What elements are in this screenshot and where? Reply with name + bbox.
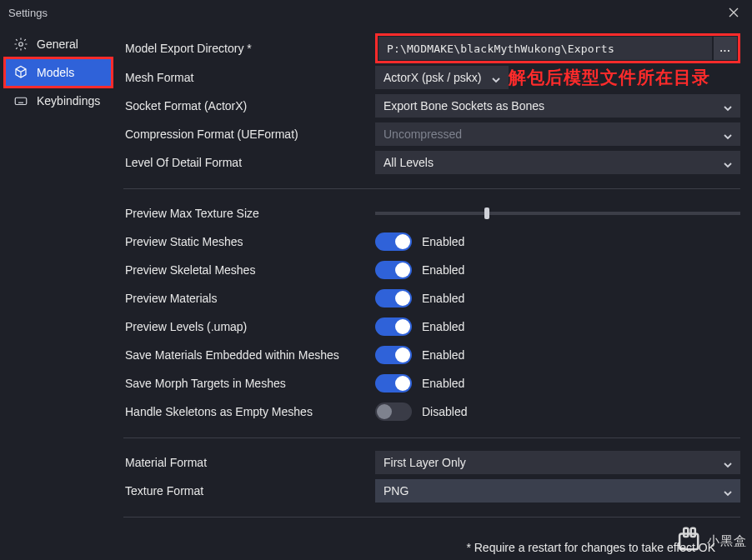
sidebar-item-label: General — [37, 38, 78, 51]
texture-format-select[interactable]: PNG — [375, 479, 740, 502]
material-format-label: Material Format — [123, 456, 375, 469]
toggle-knob — [395, 348, 410, 362]
close-icon — [728, 7, 739, 18]
sidebar-item-label: Keybindings — [37, 94, 100, 108]
preview-levels-label: Preview Levels (.umap) — [123, 320, 375, 333]
sidebar: General Models Keybindings — [0, 25, 117, 560]
toggle-state-label: Enabled — [422, 320, 464, 333]
svg-rect-3 — [684, 528, 688, 537]
toggle-state-label: Enabled — [422, 263, 464, 277]
svg-point-0 — [19, 42, 23, 47]
socket-format-value: Export Bone Sockets as Bones — [384, 99, 544, 112]
toggle-knob — [395, 262, 410, 278]
cube-icon — [13, 65, 28, 80]
lod-format-select[interactable]: All Levels — [375, 151, 740, 174]
watermark-text: 小黑盒 — [707, 533, 747, 549]
settings-content: Model Export Directory * P:\MODMAKE\blac… — [117, 25, 752, 560]
watermark-icon — [675, 527, 704, 555]
compression-label: Compression Format (UEFormat) — [123, 128, 375, 141]
browse-button[interactable]: ... — [714, 37, 737, 60]
sidebar-item-general[interactable]: General — [5, 30, 112, 58]
chevron-down-icon — [724, 130, 732, 138]
slider-thumb[interactable] — [484, 208, 489, 219]
socket-format-select[interactable]: Export Bone Sockets as Bones — [375, 94, 740, 118]
toggle-state-label: Enabled — [422, 235, 464, 248]
compression-value: Uncompressed — [384, 128, 462, 141]
texture-format-value: PNG — [384, 484, 409, 498]
handle-skeletons-toggle[interactable] — [375, 402, 412, 421]
chevron-down-icon — [724, 458, 732, 467]
annotation-text: 解包后模型文件所在目录 — [509, 66, 710, 89]
preview-materials-toggle[interactable] — [375, 289, 412, 308]
chevron-down-icon — [724, 158, 732, 167]
toggle-knob — [395, 319, 410, 334]
preview-max-tex-label: Preview Max Texture Size — [123, 207, 375, 220]
preview-levels-toggle[interactable] — [375, 318, 412, 336]
window-title: Settings — [8, 7, 48, 19]
export-dir-label: Model Export Directory * — [123, 42, 375, 55]
keyboard-icon — [13, 93, 28, 108]
preview-static-toggle[interactable] — [375, 232, 412, 251]
toggle-state-label: Enabled — [422, 348, 464, 362]
material-format-select[interactable]: First Layer Only — [375, 451, 740, 474]
preview-skeletal-label: Preview Skeletal Meshes — [123, 263, 375, 277]
toggle-knob — [395, 376, 410, 391]
sidebar-item-label: Models — [37, 66, 74, 79]
preview-static-label: Preview Static Meshes — [123, 235, 375, 248]
chevron-down-icon — [724, 102, 732, 110]
mesh-format-label: Mesh Format — [123, 71, 375, 84]
preview-skeletal-toggle[interactable] — [375, 261, 412, 279]
texture-size-slider[interactable] — [375, 212, 740, 215]
save-morph-label: Save Morph Targets in Meshes — [123, 377, 375, 390]
socket-format-label: Socket Format (ActorX) — [123, 99, 375, 112]
compression-select: Uncompressed — [375, 122, 740, 146]
toggle-state-label: Enabled — [422, 292, 464, 305]
handle-skeletons-label: Handle Skeletons as Empty Meshes — [123, 405, 375, 418]
divider — [123, 438, 740, 438]
divider — [123, 517, 740, 518]
lod-format-value: All Levels — [384, 156, 434, 169]
svg-rect-1 — [15, 98, 27, 104]
divider — [123, 188, 740, 189]
close-button[interactable] — [722, 1, 745, 24]
window-titlebar: Settings — [0, 0, 752, 25]
texture-format-label: Texture Format — [123, 484, 375, 498]
watermark: 小黑盒 — [675, 527, 747, 555]
toggle-knob — [377, 404, 392, 419]
export-dir-input[interactable]: P:\MODMAKE\blackMythWukong\Exports — [379, 37, 712, 60]
chevron-down-icon — [492, 73, 500, 82]
export-dir-highlight: P:\MODMAKE\blackMythWukong\Exports ... — [375, 33, 740, 63]
svg-rect-4 — [691, 528, 695, 537]
material-format-value: First Layer Only — [384, 456, 466, 469]
footer-note: * Require a restart for changes to take … — [123, 528, 740, 554]
sidebar-item-keybindings[interactable]: Keybindings — [5, 87, 112, 115]
save-morph-toggle[interactable] — [375, 374, 412, 392]
toggle-knob — [395, 234, 410, 249]
chevron-down-icon — [724, 487, 732, 495]
save-materials-toggle[interactable] — [375, 346, 412, 364]
save-materials-label: Save Materials Embedded within Meshes — [123, 348, 375, 362]
sidebar-item-models[interactable]: Models — [5, 58, 112, 87]
preview-materials-label: Preview Materials — [123, 292, 375, 305]
mesh-format-select[interactable]: ActorX (psk / pskx) — [375, 66, 509, 89]
toggle-state-label: Enabled — [422, 377, 464, 390]
toggle-state-label: Disabled — [422, 405, 467, 418]
lod-format-label: Level Of Detail Format — [123, 156, 375, 169]
mesh-format-value: ActorX (psk / pskx) — [384, 71, 481, 84]
toggle-knob — [395, 291, 410, 306]
gear-icon — [13, 37, 28, 52]
